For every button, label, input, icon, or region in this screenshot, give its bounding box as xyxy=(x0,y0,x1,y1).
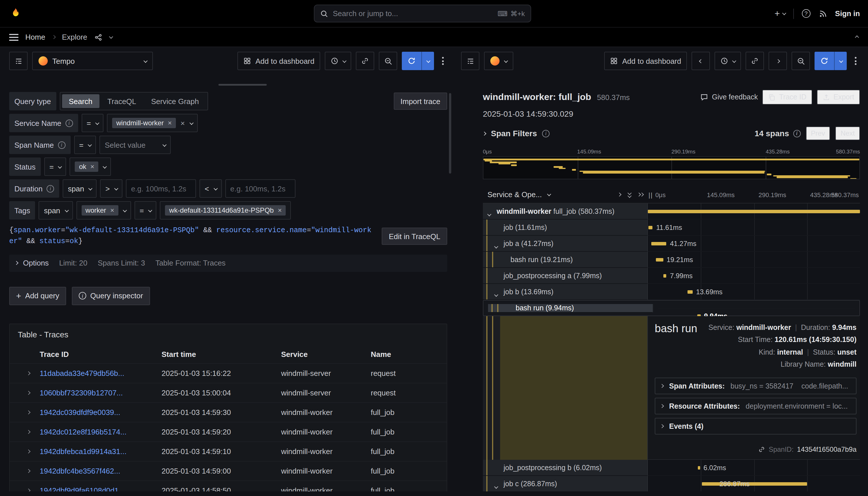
span-bar[interactable] xyxy=(702,482,807,486)
chevron-down-icon[interactable] xyxy=(487,210,490,218)
export-button[interactable]: Export xyxy=(817,90,860,105)
sign-in-link[interactable]: Sign in xyxy=(835,9,860,18)
column-resize-handle[interactable]: || xyxy=(648,191,654,198)
table-row[interactable]: 1942dbfebca1d9914a31...2025-01-03 14:59:… xyxy=(10,441,447,461)
span-row[interactable]: bash run (9.94ms)9.94ms xyxy=(483,300,860,316)
row-expand-icon[interactable] xyxy=(26,488,30,492)
duration-min-input[interactable] xyxy=(126,179,196,198)
span-timeline-cell[interactable]: 19.21ms xyxy=(648,252,860,268)
span-timeline-cell[interactable]: 286.87ms xyxy=(648,476,860,492)
help-icon[interactable]: ? xyxy=(802,9,810,18)
status-value-chip[interactable]: ok × xyxy=(75,161,98,172)
link-split-button[interactable] xyxy=(746,52,764,70)
span-timeline-cell[interactable]: 7.99ms xyxy=(648,268,860,284)
span-row[interactable]: job_postprocessing a (7.99ms)7.99ms xyxy=(483,268,860,284)
row-expand-icon[interactable] xyxy=(26,390,30,394)
time-shift-left-button[interactable] xyxy=(692,52,710,70)
content-outline-button[interactable] xyxy=(9,52,28,70)
import-trace-button[interactable]: Import trace xyxy=(393,93,447,110)
time-picker-button[interactable] xyxy=(325,52,351,70)
datasource-picker[interactable]: Tempo xyxy=(32,52,153,70)
status-operator-select[interactable]: = xyxy=(44,157,66,176)
query-type-tab-traceql[interactable]: TraceQL xyxy=(100,94,143,108)
tag-key-select[interactable]: worker × xyxy=(76,201,131,219)
span-value-select[interactable]: Select value xyxy=(100,136,171,154)
clear-select-icon[interactable]: × xyxy=(181,119,185,127)
row-expand-icon[interactable] xyxy=(26,469,30,473)
add-to-dashboard-button[interactable]: Add to dashboard xyxy=(604,52,687,70)
table-column-header[interactable]: Service xyxy=(281,350,371,359)
give-feedback-button[interactable]: Give feedback xyxy=(700,93,758,101)
span-bar[interactable] xyxy=(656,258,663,262)
run-query-button[interactable] xyxy=(402,52,434,70)
trace-id-link[interactable]: 11dabada33e479db56b... xyxy=(40,369,161,377)
refresh-icon[interactable] xyxy=(815,52,834,70)
span-bar[interactable] xyxy=(648,226,653,229)
collapse-all-icon[interactable] xyxy=(628,192,631,198)
span-bar[interactable] xyxy=(698,466,700,469)
detail-accordion[interactable]: Span Attributes:busy_ns = 3582417 code.f… xyxy=(655,377,856,394)
service-operation-header[interactable]: Service & Ope... xyxy=(487,190,542,199)
chevron-down-icon[interactable] xyxy=(109,35,113,39)
service-value-select[interactable]: windmill-worker × × xyxy=(107,114,198,132)
edit-in-traceql-button[interactable]: Edit in TraceQL xyxy=(382,228,447,245)
add-query-button[interactable]: + Add query xyxy=(9,287,66,305)
chevron-down-icon[interactable] xyxy=(494,482,497,490)
span-timeline-cell[interactable]: 13.69ms xyxy=(648,284,860,300)
trace-id-link[interactable]: 1942dbfebca1d9914a31... xyxy=(40,447,161,456)
chevron-down-icon[interactable] xyxy=(494,290,497,298)
span-bar[interactable] xyxy=(687,290,693,294)
add-to-dashboard-button[interactable]: Add to dashboard xyxy=(238,52,320,70)
chevron-down-icon[interactable] xyxy=(494,242,497,250)
span-filters-label[interactable]: Span Filters xyxy=(491,129,537,138)
zoom-out-button[interactable] xyxy=(792,52,810,70)
chevron-right-icon[interactable] xyxy=(482,131,486,135)
table-column-header[interactable]: Trace ID xyxy=(40,350,161,359)
span-row[interactable]: windmill-worker full_job (580.37ms) xyxy=(483,203,860,219)
span-row[interactable]: bash run (19.21ms)19.21ms xyxy=(483,252,860,268)
prev-span-button[interactable]: Prev xyxy=(806,126,830,140)
next-span-button[interactable]: Next xyxy=(836,126,860,140)
span-row[interactable]: job a (41.27ms)41.27ms xyxy=(483,236,860,252)
span-timeline-cell[interactable]: 6.02ms xyxy=(648,460,860,476)
span-row[interactable]: job c (286.87ms)286.87ms xyxy=(483,476,860,492)
detail-accordion[interactable]: Events (4) xyxy=(655,418,856,434)
chevron-down-icon[interactable] xyxy=(547,192,551,196)
duration-max-input[interactable] xyxy=(225,179,295,198)
row-expand-icon[interactable] xyxy=(26,430,30,434)
horizontal-scrollbar[interactable] xyxy=(218,84,267,86)
expand-one-icon[interactable] xyxy=(617,192,621,197)
vertical-scrollbar[interactable] xyxy=(449,93,451,174)
content-outline-button[interactable] xyxy=(461,52,479,70)
breadcrumb-explore[interactable]: Explore xyxy=(62,33,87,41)
remove-chip-icon[interactable]: × xyxy=(90,163,94,170)
new-menu-button[interactable]: + xyxy=(775,8,785,19)
time-picker-button[interactable] xyxy=(714,52,741,70)
span-timeline-cell[interactable] xyxy=(648,203,860,219)
tag-value-chip[interactable]: wk-default-133114d6a91e-PSPQb × xyxy=(165,205,286,216)
service-operator-select[interactable]: = xyxy=(81,114,104,132)
tag-value-select[interactable]: wk-default-133114d6a91e-PSPQb × xyxy=(160,201,291,219)
span-row[interactable]: job (11.61ms)11.61ms xyxy=(483,219,860,236)
span-operator-select[interactable]: = xyxy=(74,136,96,154)
duration-gt-select[interactable]: > xyxy=(100,179,122,198)
query-type-tab-search[interactable]: Search xyxy=(62,94,99,108)
link-icon[interactable] xyxy=(758,446,765,453)
span-bar[interactable] xyxy=(652,242,667,245)
span-row[interactable]: job_postprocessing b (6.02ms)6.02ms xyxy=(483,460,860,476)
global-search[interactable]: ⌨ ⌘+k xyxy=(314,4,531,22)
row-expand-icon[interactable] xyxy=(26,449,30,453)
duration-scope-select[interactable]: span xyxy=(63,179,96,198)
copy-trace-id-button[interactable]: Trace ID xyxy=(762,90,812,105)
span-timeline-cell[interactable]: 9.94ms xyxy=(657,308,855,308)
search-input[interactable] xyxy=(333,9,493,18)
trace-id-link[interactable]: 1942dc012e8f196b5174... xyxy=(40,428,161,436)
query-inspector-button[interactable]: i Query inspector xyxy=(72,287,150,305)
kebab-menu-icon[interactable] xyxy=(851,57,860,65)
tag-key-chip[interactable]: worker × xyxy=(81,205,118,216)
table-row[interactable]: 11dabada33e479db56b...2025-01-03 15:16:2… xyxy=(10,363,447,383)
menu-toggle-icon[interactable] xyxy=(9,34,18,41)
kebab-menu-icon[interactable] xyxy=(438,57,447,65)
duration-lt-select[interactable]: < xyxy=(200,179,221,198)
remove-chip-icon[interactable]: × xyxy=(110,207,114,214)
